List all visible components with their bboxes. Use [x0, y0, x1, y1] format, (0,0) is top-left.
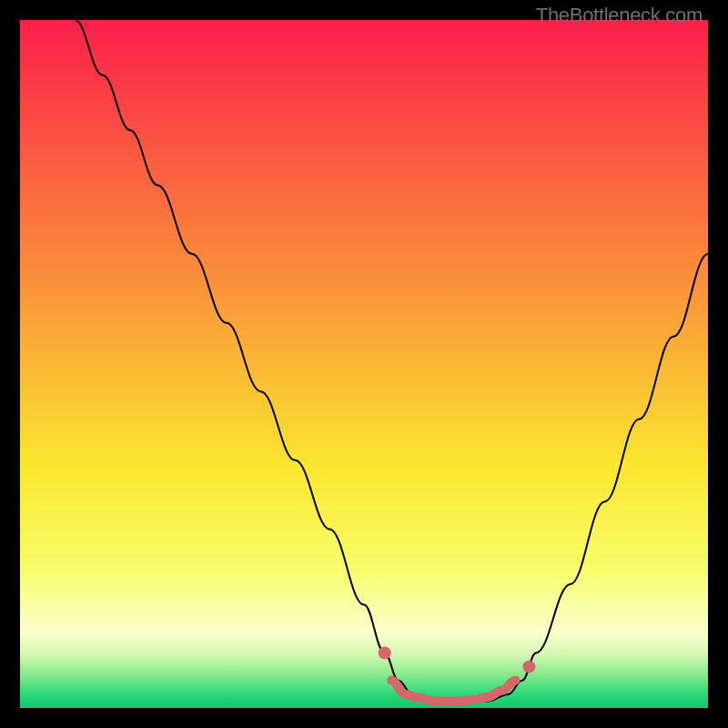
bottleneck-chart: [20, 20, 708, 708]
pink-marker-right: [522, 661, 535, 673]
pink-marker-left: [379, 647, 391, 660]
attribution-text: TheBottleneck.com: [536, 4, 703, 27]
chart-frame: [20, 20, 708, 708]
